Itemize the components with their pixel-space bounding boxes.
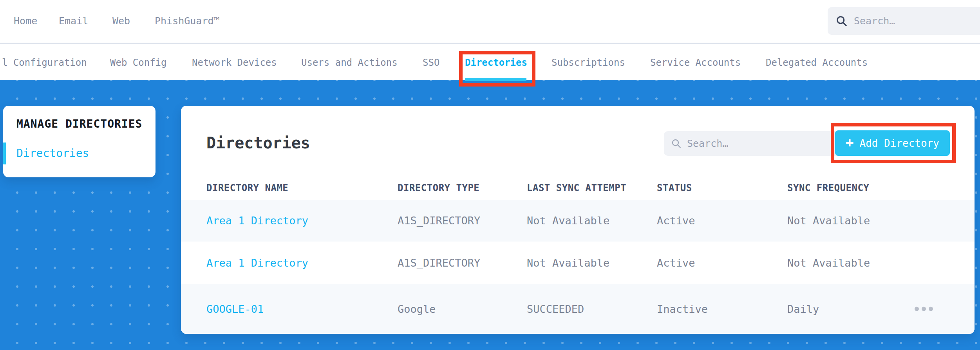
directory-name-link[interactable]: Area 1 Directory [206, 215, 398, 227]
sidebar-title: MANAGE DIRECTORIES [16, 117, 142, 130]
directories-search-input[interactable] [687, 138, 835, 149]
global-search[interactable] [828, 7, 980, 35]
tab-users-and-actions[interactable]: Users and Actions [301, 57, 398, 68]
page-title: Directories [206, 134, 310, 152]
ellipsis-icon [915, 307, 919, 311]
plus-icon: + [846, 136, 853, 149]
tab-directories[interactable]: Directories [465, 57, 527, 68]
directory-type-cell: A1S_DIRECTORY [398, 257, 527, 269]
add-directory-button[interactable]: + Add Directory [835, 130, 950, 156]
manage-directories-card: MANAGE DIRECTORIES Directories [3, 106, 155, 177]
col-header-sync-frequency: SYNC FREQUENCY [787, 182, 975, 193]
table-row: Area 1 Directory A1S_DIRECTORY Not Avail… [181, 200, 975, 242]
global-search-input[interactable] [854, 15, 978, 27]
row-actions-menu-button[interactable] [912, 305, 935, 314]
table-row: Area 1 Directory A1S_DIRECTORY Not Avail… [181, 242, 975, 284]
sync-frequency-cell: Not Available [787, 215, 975, 227]
directory-type-cell: A1S_DIRECTORY [398, 215, 527, 227]
sync-frequency-cell: Not Available [787, 257, 975, 269]
sidebar-item-label: Directories [16, 143, 89, 164]
status-cell: Active [657, 215, 787, 227]
table-row: GOOGLE-01 Google SUCCEEDED Inactive Dail… [181, 284, 975, 334]
sync-frequency-cell: Daily [787, 303, 975, 315]
table-body: Area 1 Directory A1S_DIRECTORY Not Avail… [181, 200, 975, 334]
app-root: Home Email Web PhishGuard™ l Configurati… [0, 0, 980, 350]
last-sync-cell: SUCCEEDED [527, 303, 657, 315]
top-nav: Home Email Web PhishGuard™ [0, 0, 980, 43]
tab-delegated-accounts[interactable]: Delegated Accounts [766, 57, 868, 68]
settings-tab-bar: l Configuration Web Config Network Devic… [0, 44, 980, 80]
topnav-item-home[interactable]: Home [14, 15, 37, 27]
col-header-status: STATUS [657, 182, 787, 193]
sidebar-item-directories[interactable]: Directories [3, 143, 155, 164]
search-icon [835, 15, 848, 27]
last-sync-cell: Not Available [527, 215, 657, 227]
ellipsis-icon [922, 307, 926, 311]
table-header-row: DIRECTORY NAME DIRECTORY TYPE LAST SYNC … [206, 182, 975, 193]
tab-subscriptions[interactable]: Subscriptions [551, 57, 625, 68]
status-cell: Active [657, 257, 787, 269]
directory-name-link[interactable]: Area 1 Directory [206, 257, 398, 269]
topnav-item-web[interactable]: Web [112, 15, 130, 27]
add-directory-label: Add Directory [859, 137, 939, 149]
tab-service-accounts[interactable]: Service Accounts [650, 57, 741, 68]
last-sync-cell: Not Available [527, 257, 657, 269]
directory-type-cell: Google [398, 303, 527, 315]
tab-network-devices[interactable]: Network Devices [192, 57, 277, 68]
directories-panel: Directories + Add Directory DIRECTORY NA… [181, 106, 975, 334]
col-header-directory-type: DIRECTORY TYPE [398, 182, 527, 193]
tab-sso[interactable]: SSO [423, 57, 439, 68]
ellipsis-icon [929, 307, 933, 311]
col-header-directory-name: DIRECTORY NAME [206, 182, 398, 193]
tab-web-config[interactable]: Web Config [110, 57, 167, 68]
active-tab-underline [465, 78, 526, 81]
tab-email-configuration[interactable]: l Configuration [2, 57, 87, 68]
directory-name-link[interactable]: GOOGLE-01 [206, 303, 398, 315]
topnav-item-phishguard[interactable]: PhishGuard™ [155, 15, 220, 27]
topnav-item-email[interactable]: Email [59, 15, 88, 27]
search-icon [671, 138, 682, 149]
directories-search[interactable] [664, 131, 842, 156]
col-header-last-sync-attempt: LAST SYNC ATTEMPT [527, 182, 657, 193]
status-cell: Inactive [657, 303, 787, 315]
active-item-bar [3, 143, 6, 164]
